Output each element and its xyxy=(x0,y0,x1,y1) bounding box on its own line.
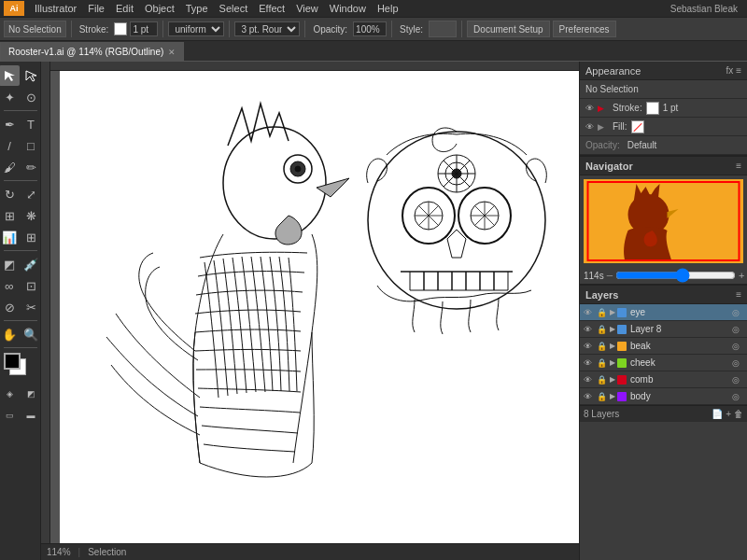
scale-tool[interactable]: ⤢ xyxy=(21,184,41,204)
appearance-fill-row[interactable]: 👁 ▶ Fill: xyxy=(580,118,747,136)
layer-eye-icon[interactable]: 👁 xyxy=(584,342,595,351)
menu-edit[interactable]: Edit xyxy=(111,2,138,15)
slice-tool[interactable]: ⊘ xyxy=(0,297,20,317)
layer-row[interactable]: 👁 🔒 ▶ cheek ◎ xyxy=(580,355,747,371)
appearance-panel-header[interactable]: Appearance fx ≡ xyxy=(580,62,747,80)
layer-row[interactable]: 👁 🔒 ▶ body ◎ xyxy=(580,388,747,405)
menu-select[interactable]: Select xyxy=(215,2,253,15)
navigator-preview[interactable] xyxy=(584,179,743,263)
layer-target-icon[interactable]: ◎ xyxy=(732,392,743,401)
document-tab[interactable]: Rooster-v1.ai @ 114% (RGB/Outline) ✕ xyxy=(0,42,184,61)
brush-tool[interactable]: 🖌 xyxy=(0,157,20,177)
layer-row[interactable]: 👁 🔒 ▶ beak ◎ xyxy=(580,338,747,355)
layer-target-icon[interactable]: ◎ xyxy=(732,325,743,334)
new-layer-icon[interactable]: + xyxy=(726,409,731,419)
stroke-type-select[interactable]: uniform xyxy=(168,21,224,36)
direct-selection-tool[interactable] xyxy=(21,65,41,86)
layers-panel-header[interactable]: Layers ≡ xyxy=(580,286,747,304)
color-mode-button[interactable]: ◈ xyxy=(0,384,20,404)
appearance-stroke-swatch[interactable] xyxy=(646,102,659,115)
layer-target-icon[interactable]: ◎ xyxy=(732,358,743,368)
stroke-color-swatch[interactable] xyxy=(114,22,127,35)
selection-tool[interactable] xyxy=(0,65,20,86)
delete-layer-icon[interactable]: 🗑 xyxy=(734,409,743,419)
layer-expand-icon[interactable]: ▶ xyxy=(610,358,615,367)
layer-lock-icon[interactable]: 🔒 xyxy=(597,375,608,385)
document-setup-button[interactable]: Document Setup xyxy=(467,21,550,37)
layer-lock-icon[interactable]: 🔒 xyxy=(597,342,608,351)
gradient-mode-button[interactable]: ◩ xyxy=(21,384,41,404)
line-tool[interactable]: / xyxy=(0,135,20,156)
symbol-tool[interactable]: ❋ xyxy=(21,205,41,226)
eyedropper-tool[interactable]: 💉 xyxy=(21,254,41,274)
layer-eye-icon[interactable]: 👁 xyxy=(584,375,595,385)
menu-help[interactable]: Help xyxy=(373,2,403,15)
layer-target-icon[interactable]: ◎ xyxy=(732,342,743,351)
appearance-menu-icon[interactable]: ≡ xyxy=(736,65,741,76)
blend-tool[interactable]: ∞ xyxy=(0,275,20,296)
preferences-button[interactable]: Preferences xyxy=(553,21,616,37)
layer-expand-icon[interactable]: ▶ xyxy=(610,342,615,350)
appearance-fill-swatch[interactable] xyxy=(631,120,644,133)
hand-tool[interactable]: ✋ xyxy=(0,324,20,344)
zoom-tool[interactable]: 🔍 xyxy=(21,324,41,344)
layer-lock-icon[interactable]: 🔒 xyxy=(597,325,608,334)
layer-eye-icon[interactable]: 👁 xyxy=(584,325,595,334)
stroke-visibility-icon[interactable]: 👁 xyxy=(585,104,594,113)
layer-lock-icon[interactable]: 🔒 xyxy=(597,308,608,317)
make-sublayer-icon[interactable]: 📄 xyxy=(712,409,723,419)
draw-behind-button[interactable]: ▬ xyxy=(21,405,41,426)
fx-icon[interactable]: fx xyxy=(726,65,733,76)
appearance-stroke-row[interactable]: 👁 ▶ Stroke: 1 pt xyxy=(580,99,747,118)
layers-menu-icon[interactable]: ≡ xyxy=(736,289,741,300)
layer-row[interactable]: 👁 🔒 ▶ Layer 8 ◎ xyxy=(580,321,747,338)
live-paint-tool[interactable]: ⊡ xyxy=(21,275,41,296)
layer-eye-icon[interactable]: 👁 xyxy=(584,392,595,401)
menu-effect[interactable]: Effect xyxy=(254,2,289,15)
tab-close-button[interactable]: ✕ xyxy=(168,48,176,57)
menu-file[interactable]: File xyxy=(83,2,109,15)
navigator-menu-icon[interactable]: ≡ xyxy=(736,161,741,171)
layer-expand-icon[interactable]: ▶ xyxy=(610,325,615,333)
layer-eye-icon[interactable]: 👁 xyxy=(584,358,595,368)
layer-expand-icon[interactable]: ▶ xyxy=(610,392,615,400)
pencil-tool[interactable]: ✏ xyxy=(21,157,41,177)
stroke-value-input[interactable] xyxy=(130,21,158,36)
zoom-in-icon[interactable]: + xyxy=(739,270,744,281)
layer-target-icon[interactable]: ◎ xyxy=(732,375,743,385)
type-tool[interactable]: T xyxy=(21,114,41,134)
zoom-out-icon[interactable]: ─ xyxy=(607,271,613,280)
navigator-panel-header[interactable]: Navigator ≡ xyxy=(580,157,747,175)
fill-visibility-icon[interactable]: 👁 xyxy=(585,122,594,132)
canvas-area[interactable]: 114% | Selection xyxy=(41,62,579,560)
menu-view[interactable]: View xyxy=(291,2,323,15)
draw-normal-button[interactable]: ▭ xyxy=(0,405,20,426)
layer-lock-icon[interactable]: 🔒 xyxy=(597,358,608,368)
layer-row[interactable]: 👁 🔒 ▶ eye ◎ xyxy=(580,304,747,321)
pen-tool[interactable]: ✒ xyxy=(0,114,20,134)
lasso-tool[interactable]: ⊙ xyxy=(21,87,41,107)
layer-expand-icon[interactable]: ▶ xyxy=(610,375,615,384)
menu-illustrator[interactable]: Illustrator xyxy=(30,2,81,15)
layer-row[interactable]: 👁 🔒 ▶ comb ◎ xyxy=(580,371,747,388)
column-graph-tool[interactable]: 📊 xyxy=(0,227,20,247)
free-transform-tool[interactable]: ⊞ xyxy=(0,205,20,226)
layer-eye-icon[interactable]: 👁 xyxy=(584,308,595,317)
menu-window[interactable]: Window xyxy=(325,2,371,15)
navigator-zoom-slider[interactable] xyxy=(615,270,736,281)
style-selector[interactable] xyxy=(429,21,457,37)
magic-wand-tool[interactable]: ✦ xyxy=(0,87,20,107)
shape-tool[interactable]: □ xyxy=(21,135,41,156)
menu-object[interactable]: Object xyxy=(140,2,179,15)
rotate-tool[interactable]: ↻ xyxy=(0,184,20,204)
gradient-tool[interactable]: ◩ xyxy=(0,254,20,274)
layer-lock-icon[interactable]: 🔒 xyxy=(597,392,608,401)
layer-target-icon[interactable]: ◎ xyxy=(732,308,743,317)
scissors-tool[interactable]: ✂ xyxy=(21,297,41,317)
menu-type[interactable]: Type xyxy=(181,2,213,15)
stroke-swatch-main[interactable] xyxy=(4,353,21,370)
appearance-opacity-row[interactable]: Opacity: Default xyxy=(580,136,747,155)
brush-select[interactable]: 3 pt. Round xyxy=(234,21,300,36)
layer-expand-icon[interactable]: ▶ xyxy=(610,308,615,316)
opacity-value-input[interactable] xyxy=(353,21,387,36)
